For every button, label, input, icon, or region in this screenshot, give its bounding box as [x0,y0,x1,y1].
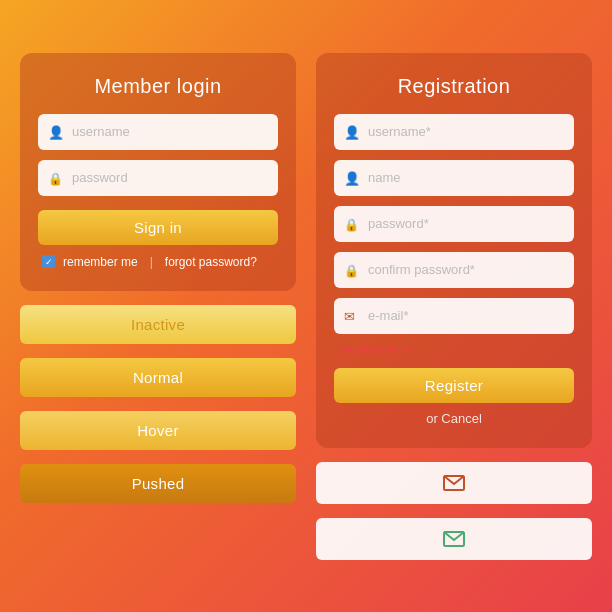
email-outline-box [316,462,592,504]
registration-title: Registration [334,75,574,98]
mail-icon-reg [344,308,360,324]
login-password-input[interactable] [72,170,268,185]
reg-name-input[interactable] [368,170,564,185]
login-title: Member login [38,75,278,98]
normal-button[interactable]: Normal [20,358,296,397]
hover-button[interactable]: Hover [20,411,296,450]
reg-password-input[interactable] [368,216,564,231]
login-password-group [38,160,278,196]
login-card: Member login Sign in ✓ remember me | for… [20,53,296,291]
login-username-input[interactable] [72,124,268,139]
divider: | [150,255,153,269]
lock-icon-reg-pw [344,216,360,232]
register-button[interactable]: Register [334,368,574,403]
sign-in-button[interactable]: Sign in [38,210,278,245]
pushed-button[interactable]: Pushed [20,464,296,503]
required-note: * required fields [334,344,574,356]
person-icon [48,124,64,140]
lock-icon [48,170,64,186]
email-check-box [316,518,592,560]
reg-password-group [334,206,574,242]
reg-name-group [334,160,574,196]
reg-email-input[interactable] [368,308,564,323]
forgot-password-link[interactable]: forgot password? [165,255,257,269]
lock-icon-reg-confirm [344,262,360,278]
envelope-outline-icon [443,475,465,491]
envelope-check-icon [443,531,465,547]
person-icon-reg-user [344,124,360,140]
person-icon-reg-name [344,170,360,186]
reg-email-group [334,298,574,334]
left-column: Member login Sign in ✓ remember me | for… [20,53,296,560]
main-container: Member login Sign in ✓ remember me | for… [0,33,612,580]
remember-label: remember me [63,255,138,269]
reg-confirm-group [334,252,574,288]
or-cancel: or Cancel [334,411,574,426]
login-username-group [38,114,278,150]
inactive-button[interactable]: Inactive [20,305,296,344]
registration-card: Registration * required fiel [316,53,592,448]
remember-row: ✓ remember me | forgot password? [38,255,278,269]
reg-username-group [334,114,574,150]
reg-username-input[interactable] [368,124,564,139]
reg-confirm-input[interactable] [368,262,564,277]
remember-checkbox[interactable]: ✓ [42,255,55,268]
right-column: Registration * required fiel [316,53,592,560]
